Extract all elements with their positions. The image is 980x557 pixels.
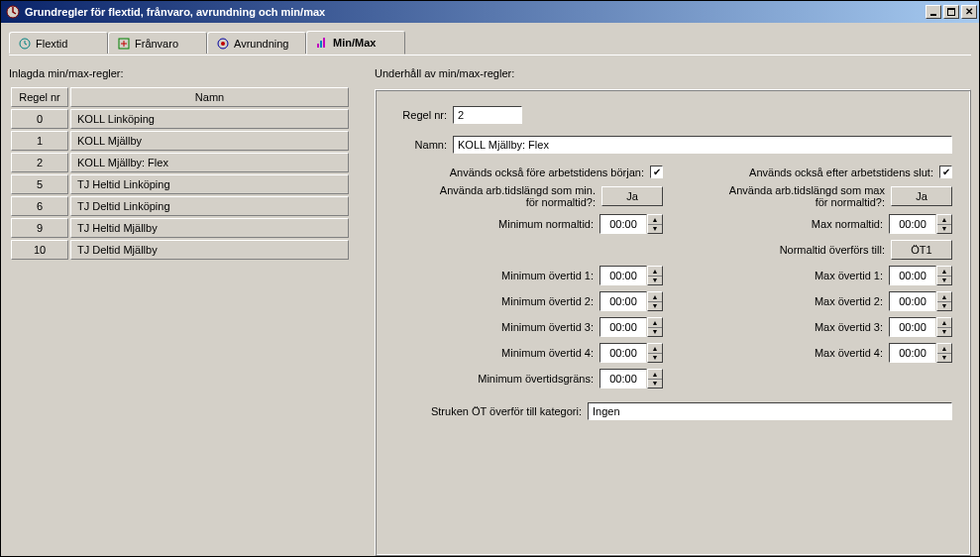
time-max-ot4[interactable]: 00:00▲▼ [889, 343, 952, 363]
label-min-ot1: Minimum övertid 1: [393, 270, 594, 281]
time-max-ot1[interactable]: 00:00▲▼ [889, 266, 952, 285]
cell-name: KOLL Mjällby: Flex [70, 153, 349, 172]
chevron-up-icon[interactable]: ▲ [648, 370, 662, 380]
toggle-max-norm[interactable]: Ja [891, 186, 952, 206]
chevron-down-icon[interactable]: ▼ [648, 225, 662, 234]
table-row[interactable]: 2KOLL Mjällby: Flex [11, 153, 349, 172]
time-max-norm[interactable]: 00:00▲▼ [889, 214, 952, 234]
time-min-norm[interactable]: 00:00▲▼ [599, 214, 663, 234]
input-name[interactable] [453, 136, 952, 154]
spinner[interactable]: ▲▼ [647, 291, 663, 311]
pair-max-ot1: Max övertid 1: 00:00▲▼ [683, 266, 952, 285]
time-min-ot-limit[interactable]: 00:00▲▼ [599, 369, 663, 389]
table-row[interactable]: 10TJ Deltid Mjällby [11, 240, 349, 260]
chevron-down-icon[interactable]: ▼ [937, 354, 951, 363]
toggle-min-norm[interactable]: Ja [601, 186, 663, 206]
window-title: Grundregler för flextid, frånvaro, avrun… [25, 6, 926, 18]
titlebar: Grundregler för flextid, frånvaro, avrun… [1, 1, 979, 23]
chevron-up-icon[interactable]: ▲ [937, 318, 951, 328]
chevron-down-icon[interactable]: ▼ [648, 277, 662, 285]
chevron-up-icon[interactable]: ▲ [937, 344, 951, 354]
chevron-down-icon[interactable]: ▼ [648, 380, 662, 389]
time-min-ot2[interactable]: 00:00▲▼ [599, 291, 663, 311]
input-struken[interactable] [588, 402, 952, 420]
spinner[interactable]: ▲▼ [647, 369, 663, 389]
time-min-ot1[interactable]: 00:00▲▼ [599, 266, 663, 285]
chevron-down-icon[interactable]: ▼ [648, 354, 662, 363]
table-row[interactable]: 0KOLL Linköping [11, 109, 349, 129]
input-rule-nr[interactable] [453, 106, 522, 124]
checkbox-before-start[interactable]: ✔ [650, 166, 663, 178]
cell-nr: 5 [11, 174, 68, 194]
spinner[interactable]: ▲▼ [647, 214, 663, 234]
chevron-down-icon[interactable]: ▼ [937, 328, 951, 337]
chevron-up-icon[interactable]: ▲ [648, 292, 662, 302]
chevron-up-icon[interactable]: ▲ [648, 318, 662, 328]
label-min-norm: Minimum normaltid: [393, 218, 594, 230]
pair-min-ot3: Minimum övertid 3: 00:00▲▼ [393, 317, 663, 337]
chevron-down-icon[interactable]: ▼ [937, 277, 951, 285]
spinner[interactable]: ▲▼ [647, 343, 663, 363]
button-norm-transfer[interactable]: ÖT1 [891, 240, 952, 260]
cell-name: TJ Deltid Mjällby [70, 240, 349, 260]
time-value: 00:00 [889, 291, 936, 311]
cell-name: KOLL Linköping [70, 109, 349, 129]
chevron-up-icon[interactable]: ▲ [648, 344, 662, 354]
label-min-ot3: Minimum övertid 3: [393, 321, 594, 333]
chevron-up-icon[interactable]: ▲ [648, 215, 662, 225]
time-min-ot3[interactable]: 00:00▲▼ [599, 317, 663, 337]
svg-rect-3 [947, 8, 955, 10]
label-max-ot2: Max övertid 2: [683, 295, 883, 307]
spinner[interactable]: ▲▼ [936, 214, 952, 234]
cell-nr: 2 [11, 153, 68, 172]
time-value: 00:00 [599, 343, 647, 363]
time-max-ot2[interactable]: 00:00▲▼ [889, 291, 952, 311]
close-button[interactable]: ✕ [961, 5, 977, 19]
row-name: Namn: [393, 136, 952, 154]
edit-groupbox: Regel nr: Namn: Används också före arbet… [375, 89, 971, 556]
tab-minmax[interactable]: Min/Max [306, 31, 405, 55]
minimize-button[interactable] [926, 5, 941, 19]
time-max-ot3[interactable]: 00:00▲▼ [889, 317, 952, 337]
chevron-down-icon[interactable]: ▼ [937, 225, 951, 234]
chevron-up-icon[interactable]: ▲ [937, 292, 951, 302]
plus-icon [117, 37, 131, 51]
pair-min-ot2: Minimum övertid 2: 00:00▲▼ [393, 291, 663, 311]
rules-list-panel: Inlagda min/max-regler: Regel nr Namn 0K… [9, 67, 351, 556]
pair-min-norm-q: Använda arb.tidslängd som min. för norma… [393, 184, 663, 208]
table-row[interactable]: 1KOLL Mjällby [11, 131, 349, 151]
spinner[interactable]: ▲▼ [936, 343, 952, 363]
spinner[interactable]: ▲▼ [647, 317, 663, 337]
time-value: 00:00 [889, 317, 936, 337]
spinner[interactable]: ▲▼ [936, 266, 952, 285]
time-value: 00:00 [599, 214, 647, 234]
chevron-down-icon[interactable]: ▼ [648, 302, 662, 311]
time-min-ot4[interactable]: 00:00▲▼ [599, 343, 663, 363]
chevron-down-icon[interactable]: ▼ [648, 328, 662, 337]
col-header-nr: Regel nr [11, 87, 68, 107]
chevron-up-icon[interactable]: ▲ [937, 215, 951, 225]
tab-flextid[interactable]: Flextid [9, 32, 108, 54]
cell-nr: 6 [11, 196, 68, 216]
spinner[interactable]: ▲▼ [936, 291, 952, 311]
cell-name: TJ Heltid Linköping [70, 174, 349, 194]
spinner[interactable]: ▲▼ [647, 266, 663, 285]
table-row[interactable]: 6TJ Deltid Linköping [11, 196, 349, 216]
spinner[interactable]: ▲▼ [936, 317, 952, 337]
checkbox-after-end[interactable]: ✔ [939, 166, 952, 178]
chevron-up-icon[interactable]: ▲ [648, 267, 662, 277]
pair-before-start: Används också före arbetstidens början: … [393, 166, 663, 178]
chevron-up-icon[interactable]: ▲ [937, 267, 951, 277]
label-rule-nr: Regel nr: [393, 109, 453, 121]
table-row[interactable]: 9TJ Heltid Mjällby [11, 218, 349, 238]
cell-nr: 0 [11, 109, 68, 129]
table-row[interactable]: 5TJ Heltid Linköping [11, 174, 349, 194]
row-struken: Struken ÖT överför till kategori: [393, 402, 952, 420]
app-icon [5, 4, 21, 20]
maximize-button[interactable] [943, 5, 959, 19]
tab-franvaro[interactable]: Frånvaro [108, 32, 207, 54]
tab-avrundning[interactable]: Avrundning [207, 32, 306, 54]
chevron-down-icon[interactable]: ▼ [937, 302, 951, 311]
col-header-name: Namn [70, 87, 349, 107]
rules-list-heading: Inlagda min/max-regler: [9, 67, 351, 79]
